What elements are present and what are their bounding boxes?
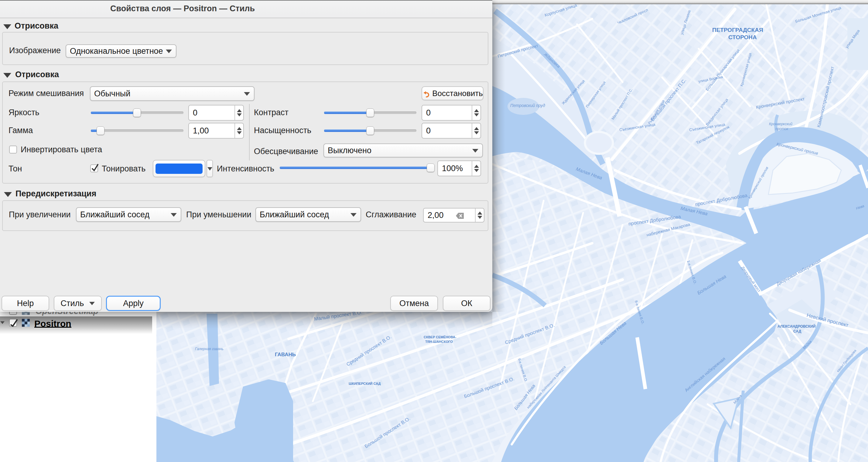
svg-text:ГАВАНЬ: ГАВАНЬ [275, 352, 296, 357]
svg-text:САД: САД [793, 329, 801, 334]
svg-text:АЛЕКСАНДРОВСКИЙ: АЛЕКСАНДРОВСКИЙ [777, 324, 815, 328]
svg-text:ТЯН-ШАНСКОГО: ТЯН-ШАНСКОГО [425, 340, 453, 343]
svg-text:Галерная гавань: Галерная гавань [195, 347, 223, 351]
svg-text:Петровский пруд: Петровский пруд [510, 103, 545, 108]
svg-text:СТОРОНА: СТОРОНА [728, 34, 757, 40]
svg-text:Кронверкский: Кронверкский [769, 122, 793, 126]
svg-text:ШКИПЕРСКИЙ САД: ШКИПЕРСКИЙ САД [349, 382, 381, 385]
svg-text:СКВЕР СЕМЁНОВА-: СКВЕР СЕМЁНОВА- [424, 335, 457, 339]
svg-text:проток: проток [775, 127, 788, 131]
svg-text:ПЕТРОГРАДСКАЯ: ПЕТРОГРАДСКАЯ [712, 27, 763, 33]
